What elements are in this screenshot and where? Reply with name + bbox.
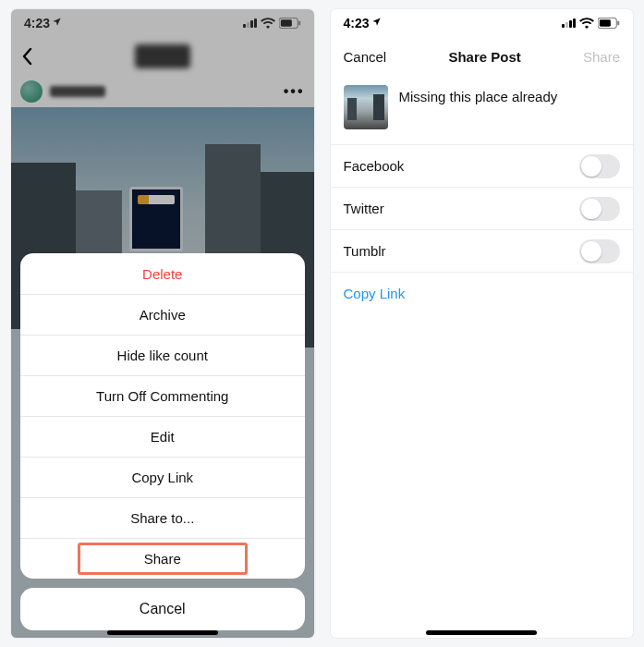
copy-link-row[interactable]: Copy Link: [331, 273, 634, 314]
phone-actionsheet: 4:23 •••: [11, 9, 314, 638]
post-thumbnail[interactable]: [344, 85, 388, 129]
action-label: Archive: [140, 307, 186, 323]
phone-share-post: 4:23 Cancel Share Post Share Missing thi…: [331, 9, 634, 638]
nav-share-button[interactable]: Share: [583, 49, 620, 65]
action-label: Turn Off Commenting: [96, 388, 228, 404]
svg-rect-4: [600, 19, 611, 26]
action-sheet: Delete Archive Hide like count Turn Off …: [20, 253, 305, 630]
action-delete[interactable]: Delete: [20, 253, 305, 294]
toggle-facebook[interactable]: [579, 154, 620, 178]
option-label: Twitter: [344, 201, 384, 216]
caption-input[interactable]: Missing this place already: [399, 85, 558, 104]
home-indicator[interactable]: [426, 630, 537, 635]
toggle-tumblr[interactable]: [579, 239, 620, 263]
copy-link-label: Copy Link: [344, 286, 406, 301]
home-indicator[interactable]: [107, 630, 218, 635]
action-sheet-cancel[interactable]: Cancel: [20, 588, 305, 630]
action-label: Edit: [151, 429, 175, 445]
status-time-group: 4:23: [344, 16, 382, 31]
option-label: Facebook: [344, 158, 405, 174]
battery-icon: [598, 18, 620, 29]
action-label: Delete: [142, 266, 182, 282]
action-archive[interactable]: Archive: [20, 294, 305, 335]
action-share-to[interactable]: Share to...: [20, 497, 305, 538]
share-option-tumblr: Tumblr: [331, 230, 634, 273]
wifi-icon: [579, 18, 594, 29]
action-edit[interactable]: Edit: [20, 416, 305, 457]
nav-title: Share Post: [448, 49, 520, 65]
nav-cancel-button[interactable]: Cancel: [344, 49, 387, 65]
cancel-label: Cancel: [140, 601, 186, 617]
cell-signal-icon: [562, 18, 576, 28]
svg-rect-5: [617, 21, 619, 26]
share-option-twitter: Twitter: [331, 188, 634, 230]
status-time: 4:23: [344, 16, 370, 31]
share-destinations: Facebook Twitter Tumblr: [331, 144, 634, 273]
action-share[interactable]: Share: [20, 538, 305, 579]
action-label: Share: [144, 551, 181, 567]
action-copy-link[interactable]: Copy Link: [20, 457, 305, 497]
action-label: Copy Link: [131, 470, 193, 485]
toggle-twitter[interactable]: [579, 197, 620, 221]
status-bar: 4:23: [331, 9, 634, 37]
option-label: Tumblr: [344, 243, 386, 259]
action-sheet-main: Delete Archive Hide like count Turn Off …: [20, 253, 305, 579]
location-arrow-icon: [371, 17, 382, 30]
action-turn-off-commenting[interactable]: Turn Off Commenting: [20, 375, 305, 416]
caption-row: Missing this place already: [331, 76, 634, 144]
share-nav-bar: Cancel Share Post Share: [331, 37, 634, 76]
action-hide-likes[interactable]: Hide like count: [20, 335, 305, 375]
status-right-icons: [562, 18, 620, 29]
action-label: Share to...: [130, 510, 194, 526]
share-option-facebook: Facebook: [331, 145, 634, 188]
action-label: Hide like count: [117, 348, 208, 363]
